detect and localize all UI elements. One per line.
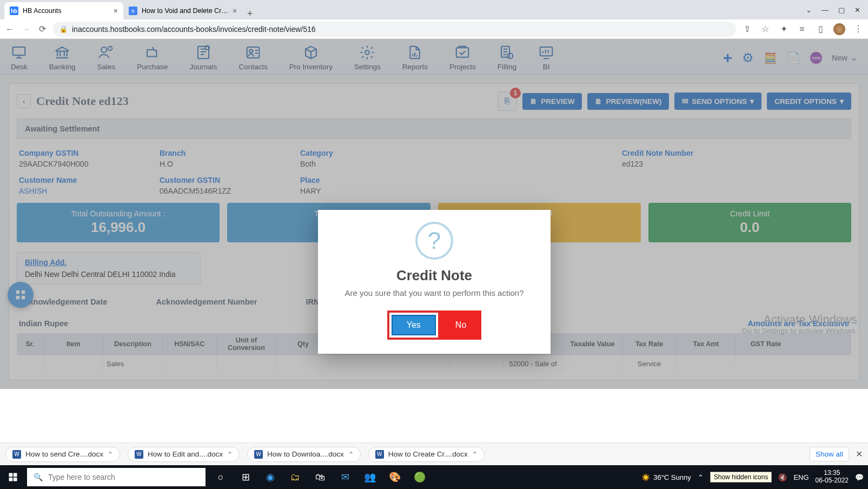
minimize-icon[interactable]: — — [821, 6, 829, 14]
volume-mute-icon[interactable]: 🔇 — [778, 473, 787, 481]
address-bar[interactable]: 🔒 inaccounts.hostbooks.com/accounts-book… — [53, 22, 736, 37]
language-indicator[interactable]: ENG — [793, 473, 809, 481]
weather-widget[interactable]: ☀️36°C Sunny — [641, 473, 691, 481]
favicon-doc: ≡ — [129, 6, 137, 15]
cortana-icon[interactable]: ○ — [209, 465, 233, 489]
word-icon: W — [135, 450, 143, 459]
extensions-icon[interactable]: ✦ — [778, 24, 789, 35]
browser-nav-bar: ← → ⟳ 🔒 inaccounts.hostbooks.com/account… — [0, 19, 868, 39]
tab-title: How to Void and Delete Credit N — [142, 7, 228, 15]
browser-tab-strip: hb HB Accounts × ≡ How to Void and Delet… — [0, 0, 868, 19]
svg-rect-19 — [14, 478, 17, 481]
favicon-hb: hb — [10, 6, 18, 15]
confirm-modal: ? Credit Note Are you sure that you want… — [318, 210, 551, 354]
app-root: Desk Banking Sales Purchase Journals Con… — [0, 39, 868, 389]
chrome-icon[interactable]: 🟢 — [408, 465, 432, 489]
close-icon[interactable]: × — [233, 6, 237, 15]
url-text: inaccounts.hostbooks.com/accounts-books/… — [72, 25, 316, 34]
teams-icon[interactable]: 👥 — [358, 465, 382, 489]
start-button[interactable] — [0, 465, 26, 489]
maximize-icon[interactable]: ▢ — [838, 6, 845, 14]
edge-icon[interactable]: ◉ — [259, 465, 282, 489]
modal-message: Are you sure that you want to perform th… — [332, 288, 536, 298]
profile-avatar[interactable] — [833, 23, 845, 35]
yes-button-highlight: Yes — [387, 310, 440, 340]
chevron-up-icon[interactable]: ⌃ — [227, 451, 233, 458]
yes-button[interactable]: Yes — [392, 315, 436, 335]
download-item[interactable]: WHow to Edit and....docx⌃ — [128, 447, 240, 462]
paint-icon[interactable]: 🎨 — [383, 465, 407, 489]
downloads-bar: WHow to send Cre....docx⌃ WHow to Edit a… — [0, 442, 868, 465]
browser-tab-doc[interactable]: ≡ How to Void and Delete Credit N × — [123, 2, 242, 19]
taskbar-search[interactable]: 🔍 Type here to search — [27, 468, 206, 486]
chevron-up-icon[interactable]: ⌃ — [108, 451, 113, 458]
svg-rect-18 — [9, 478, 13, 481]
svg-rect-17 — [14, 473, 17, 477]
chevron-up-icon[interactable]: ⌃ — [348, 451, 354, 458]
store-icon[interactable]: 🛍 — [308, 465, 332, 489]
hidden-icons-tooltip: Show hidden icons — [710, 472, 772, 483]
browser-tab-hb[interactable]: hb HB Accounts × — [4, 2, 123, 19]
download-item[interactable]: WHow to Downloa....docx⌃ — [247, 447, 361, 462]
tray-chevron-up-icon[interactable]: ⌃ — [698, 473, 704, 481]
forward-icon[interactable]: → — [21, 24, 31, 35]
share-icon[interactable]: ⇪ — [741, 24, 752, 35]
chevron-up-icon[interactable]: ⌃ — [472, 451, 478, 458]
show-all-downloads[interactable]: Show all — [810, 447, 849, 461]
svg-rect-16 — [9, 473, 13, 477]
download-item[interactable]: WHow to Create Cr....docx⌃ — [368, 447, 485, 462]
search-icon: 🔍 — [34, 473, 43, 481]
star-icon[interactable]: ☆ — [760, 24, 771, 35]
question-icon: ? — [415, 222, 453, 260]
word-icon: W — [375, 450, 384, 459]
notifications-icon[interactable]: 💬 — [855, 473, 864, 481]
tab-title: HB Accounts — [23, 7, 62, 15]
explorer-icon[interactable]: 🗂 — [283, 465, 307, 489]
back-icon[interactable]: ← — [4, 24, 15, 35]
close-window-icon[interactable]: ✕ — [854, 6, 860, 14]
mail-icon[interactable]: ✉ — [333, 465, 357, 489]
no-button[interactable]: No — [440, 310, 481, 340]
system-clock[interactable]: 13:35 06-05-2022 — [816, 470, 849, 485]
close-downloads-bar[interactable]: ✕ — [856, 449, 863, 459]
download-item[interactable]: WHow to send Cre....docx⌃ — [5, 447, 120, 462]
new-tab-button[interactable]: + — [242, 8, 257, 19]
chevron-down-icon[interactable]: ⌄ — [806, 6, 812, 14]
reading-list-icon[interactable]: ≡ — [797, 24, 807, 35]
lock-icon: 🔒 — [59, 25, 68, 33]
task-view-icon[interactable]: ⊞ — [234, 465, 257, 489]
windows-taskbar: 🔍 Type here to search ○ ⊞ ◉ 🗂 🛍 ✉ 👥 🎨 🟢 … — [0, 465, 868, 489]
window-controls: ⌄ — ▢ ✕ — [798, 0, 868, 19]
reload-icon[interactable]: ⟳ — [37, 24, 48, 35]
close-icon[interactable]: × — [114, 6, 118, 15]
word-icon: W — [12, 450, 21, 459]
side-panel-icon[interactable]: ▯ — [815, 24, 826, 35]
word-icon: W — [254, 450, 263, 459]
sun-icon: ☀️ — [641, 473, 650, 481]
kebab-menu-icon[interactable]: ⋮ — [853, 24, 864, 35]
modal-title: Credit Note — [332, 267, 536, 284]
